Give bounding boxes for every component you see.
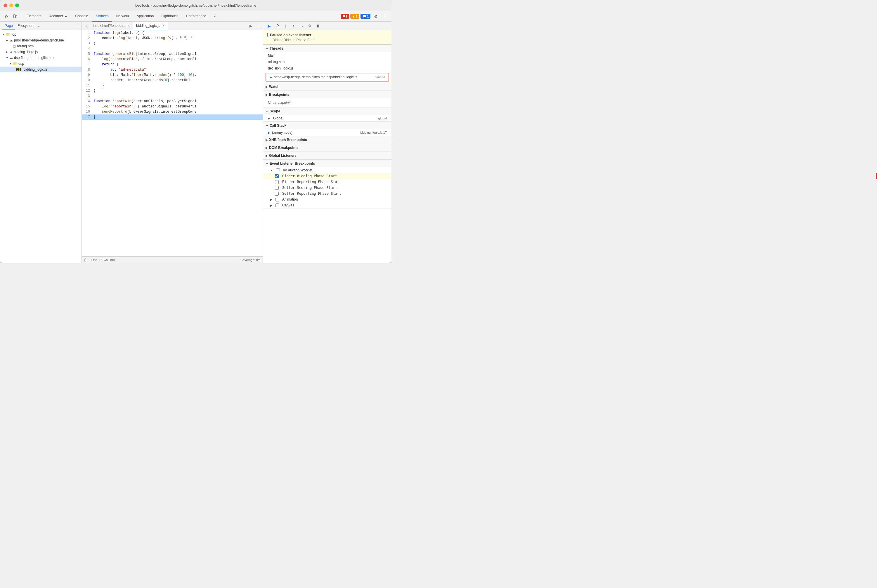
step-out-button[interactable]: ↑ <box>290 22 297 30</box>
watch-label: Watch <box>269 85 280 89</box>
call-stack-arrow-icon: ▶ <box>268 131 270 134</box>
call-stack-section-header[interactable]: ▼ Call Stack <box>263 122 391 129</box>
dom-breakpoints-header[interactable]: ▶ DOM Breakpoints <box>263 144 391 152</box>
tab-console[interactable]: Console <box>72 11 92 22</box>
editor-nav-play[interactable]: ▶ <box>247 22 254 30</box>
line-num-1: 1 <box>82 30 92 36</box>
xhr-breakpoints-header[interactable]: ▶ XHR/fetch Breakpoints <box>263 136 391 144</box>
error-badge[interactable]: ✖ 1 <box>341 14 349 19</box>
tab-filesystem[interactable]: Filesystem <box>15 22 36 30</box>
tab-network[interactable]: Network <box>113 11 132 22</box>
folder-icon-top: 📁 <box>6 32 10 36</box>
thread-main[interactable]: Main <box>263 52 391 58</box>
editor-nav-more[interactable]: ⋯ <box>255 22 262 30</box>
code-editor[interactable]: 1 function log(label, o) { 2 console.log… <box>82 30 263 256</box>
call-stack-fn-name: (anonymous) <box>272 130 292 135</box>
call-stack-anonymous[interactable]: ▶ (anonymous) bidding_logic.js:17 <box>263 129 391 136</box>
line-num-5: 5 <box>82 51 92 57</box>
pause-exceptions-button[interactable]: ⏸ <box>314 22 322 30</box>
line-num-2: 2 <box>82 36 92 41</box>
editor-nav-back[interactable]: ◁ <box>83 22 90 30</box>
line-code-13 <box>92 93 263 99</box>
line-code-5: function generateBid(interestGroup, auct… <box>92 51 263 57</box>
call-stack-label: Call Stack <box>270 123 286 128</box>
thread-decision[interactable]: decision_logic.js <box>263 65 391 72</box>
breakpoints-section-header[interactable]: ▶ Breakpoints <box>263 91 391 98</box>
tree-label-dsp-folder: dsp <box>18 62 24 66</box>
event-group-canvas[interactable]: ▶ Canvas <box>263 202 391 208</box>
editor-tab-bidding[interactable]: bidding_logic.js ✕ <box>133 22 168 30</box>
step-over-button[interactable] <box>274 22 281 30</box>
watch-section-header[interactable]: ▶ Watch <box>263 83 391 90</box>
global-listeners-header[interactable]: ▶ Global Listeners <box>263 152 391 159</box>
tab-recorder[interactable]: Recorder ▲ <box>45 11 71 22</box>
ad-auction-label: Ad Auction Worklet <box>283 168 312 172</box>
warning-badge[interactable]: ▲ 1 <box>350 14 360 19</box>
settings-button[interactable]: ⚙ <box>372 12 380 20</box>
seller-scoring-checkbox[interactable] <box>275 186 279 190</box>
tree-item-adtag[interactable]: ◻ ad-tag.html <box>0 43 81 49</box>
tab-lighthouse[interactable]: Lighthouse <box>158 11 182 22</box>
cloud-icon-publisher: ☁ <box>9 38 13 42</box>
event-group-animation[interactable]: ▶ Animation <box>263 196 391 202</box>
thread-adtag[interactable]: ad-tag.html <box>263 58 391 65</box>
xhr-breakpoints-section: ▶ XHR/fetch Breakpoints <box>263 136 391 144</box>
tree-item-publisher[interactable]: ▶ ☁ publisher-fledge-demo.glitch.me <box>0 38 81 43</box>
event-seller-reporting[interactable]: Seller Reporting Phase Start <box>263 190 391 196</box>
tree-item-bidding-logic-gear[interactable]: ▶ ⚙ bidding_logic.js <box>0 49 81 55</box>
tree-item-dsp-folder[interactable]: ▼ 📁 dsp <box>0 61 81 67</box>
cursor-position: Line 17, Column 2 <box>92 258 117 262</box>
editor-tab-bidding-label: bidding_logic.js <box>136 24 160 28</box>
event-listener-arrow: ▼ <box>266 162 268 165</box>
xhr-arrow: ▶ <box>266 138 268 142</box>
watch-arrow: ▶ <box>266 85 268 88</box>
panel-menu-button[interactable]: ⋮ <box>75 24 79 28</box>
tab-application[interactable]: Application <box>133 11 158 22</box>
canvas-checkbox[interactable] <box>275 204 279 207</box>
format-icon[interactable]: {} <box>84 258 87 262</box>
resume-button[interactable]: ▶ <box>266 22 272 30</box>
deactivate-breakpoints-button[interactable]: ✎ <box>307 22 313 30</box>
device-toggle-button[interactable] <box>11 12 19 20</box>
ad-auction-checkbox[interactable] <box>276 168 280 172</box>
code-line-16: 16 sendReportTo(browserSignals.interestG… <box>82 109 263 114</box>
tab-elements[interactable]: Elements <box>23 11 45 22</box>
info-badge[interactable]: 💬 1 <box>361 14 370 19</box>
event-group-ad-auction[interactable]: ▼ Ad Auction Worklet <box>263 167 391 173</box>
scope-global-item[interactable]: ▶ Global global <box>263 115 391 122</box>
tree-item-bidding-logic-active[interactable]: JS bidding_logic.js <box>0 67 81 72</box>
animation-checkbox[interactable] <box>275 198 279 201</box>
event-seller-scoring[interactable]: Seller Scoring Phase Start <box>263 185 391 190</box>
bidder-bidding-checkbox[interactable] <box>275 174 279 178</box>
dom-breakpoints-label: DOM Breakpoints <box>269 146 299 150</box>
close-button[interactable] <box>3 3 7 7</box>
tree-item-dsp-domain[interactable]: ▼ ☁ dsp-fledge-demo.glitch.me <box>0 55 81 61</box>
tree-arrow-dsp-folder: ▼ <box>9 62 13 65</box>
tab-performance[interactable]: Performance <box>183 11 210 22</box>
bidder-reporting-checkbox[interactable] <box>275 180 279 184</box>
fullscreen-button[interactable] <box>15 3 19 7</box>
scope-section-header[interactable]: ▼ Scope <box>263 108 391 115</box>
step-button[interactable]: → <box>298 22 305 30</box>
tree-item-top[interactable]: ▼ 📁 top <box>0 32 81 38</box>
event-listener-breakpoints-header[interactable]: ▼ Event Listener Breakpoints <box>263 160 391 167</box>
inspect-element-button[interactable] <box>2 12 11 20</box>
tab-sources[interactable]: Sources <box>92 11 112 22</box>
editor-tab-index[interactable]: index.html?fencedframe <box>90 22 133 30</box>
threads-section-header[interactable]: ▼ Threads <box>263 45 391 52</box>
info-icon: ℹ <box>267 33 268 38</box>
tab-page[interactable]: Page <box>2 22 15 30</box>
line-num-16: 16 <box>82 109 92 114</box>
step-into-button[interactable]: ↓ <box>282 22 289 30</box>
more-options-button[interactable]: ⋮ <box>381 12 389 20</box>
panel-tab-more[interactable]: » <box>38 24 39 28</box>
line-code-10: render: interestGroup.ads[0].renderUrl <box>92 78 263 83</box>
event-bidder-reporting[interactable]: Bidder Reporting Phase Start <box>263 179 391 185</box>
tab-more[interactable]: » <box>211 11 220 22</box>
thread-bidding-logic[interactable]: ▶ https://dsp-fledge-demo.glitch.me/dsp/… <box>266 73 389 81</box>
file-panel: Page Filesystem » ⋮ ▼ 📁 top ▶ ☁ publishe… <box>0 22 82 263</box>
editor-tab-bidding-close[interactable]: ✕ <box>161 24 165 28</box>
minimize-button[interactable] <box>9 3 13 7</box>
event-bidder-bidding[interactable]: Bidder Bidding Phase Start <box>263 173 391 179</box>
seller-reporting-checkbox[interactable] <box>275 192 279 196</box>
